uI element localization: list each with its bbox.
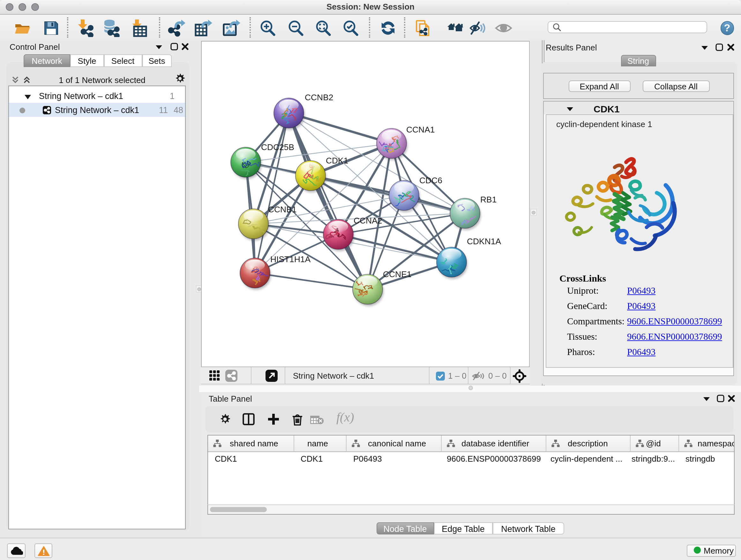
- svg-text:CDC25B: CDC25B: [261, 142, 294, 152]
- svg-text:RB1: RB1: [480, 195, 496, 204]
- svg-text:HIST1H1A: HIST1H1A: [270, 254, 311, 264]
- svg-text:CDKN1A: CDKN1A: [467, 237, 501, 246]
- svg-text:CCNE1: CCNE1: [383, 269, 411, 279]
- svg-text:CCNA2: CCNA2: [353, 216, 382, 226]
- svg-text:CCNA1: CCNA1: [406, 125, 434, 134]
- svg-text:CCNB2: CCNB2: [305, 92, 333, 102]
- svg-text:CCNB1: CCNB1: [268, 205, 296, 214]
- svg-text:CDK1: CDK1: [326, 156, 348, 165]
- svg-text:CDC6: CDC6: [419, 176, 442, 185]
